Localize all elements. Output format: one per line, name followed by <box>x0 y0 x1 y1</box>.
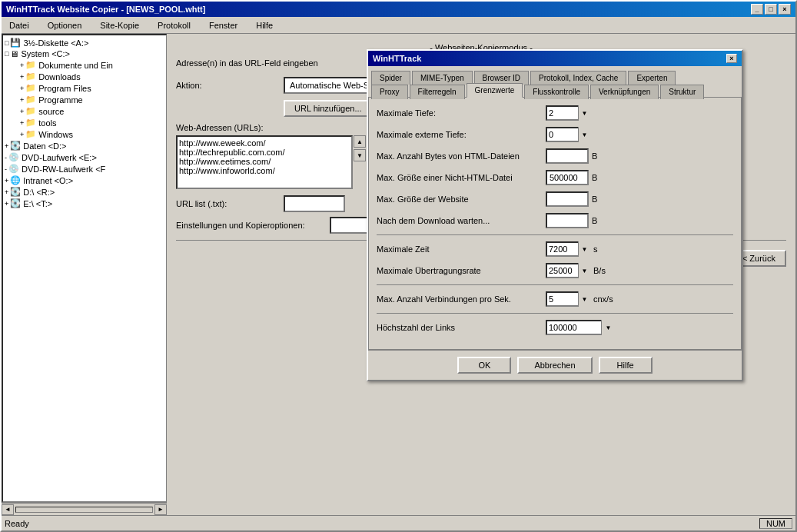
minimize-button[interactable]: _ <box>751 4 763 15</box>
max-verbind-label: Max. Anzahl Verbindungen pro Sek. <box>377 294 546 304</box>
max-uebertrag-select-wrapper: 25000 ▼ <box>546 263 590 278</box>
url-list-label: URL list (.txt): <box>176 199 284 208</box>
tree-item-system[interactable]: □ 🖥 System <C:> <box>5 48 164 59</box>
menu-protokoll[interactable]: Protokoll <box>153 19 195 32</box>
max-verbind-select[interactable]: 5 <box>546 291 590 307</box>
max-bytes-html-unit: B <box>592 151 597 161</box>
tab-content-grenzwerte: Maximale Tiefe: 2 ▼ Maximale externe Tie… <box>368 97 742 350</box>
tree-item-downloads[interactable]: + 📁 Downloads <box>5 71 164 82</box>
max-grosse-website-label: Max. Größe der Website <box>377 195 546 204</box>
tab-filterregeln[interactable]: Filterregeln <box>410 85 465 99</box>
maximize-button[interactable]: □ <box>765 4 777 15</box>
tree-hscroll[interactable]: ◄ ► <box>2 503 167 515</box>
tab-row-2: Proxy Filterregeln Grenzwerte Flusskontr… <box>371 83 739 98</box>
tab-proxy[interactable]: Proxy <box>371 85 408 99</box>
scroll-track <box>15 507 153 513</box>
tree-item-daten[interactable]: + 💽 Daten <D:> <box>5 140 164 151</box>
hoechstzahl-select[interactable]: 100000 <box>546 320 615 335</box>
hilfe-button[interactable]: Hilfe <box>599 357 653 374</box>
max-tiefe-select[interactable]: 2 <box>546 105 590 121</box>
tree-item-dvd[interactable]: - 💿 DVD-Laufwerk <E:> <box>5 151 164 163</box>
url-scroll-down[interactable]: ▼ <box>354 149 366 161</box>
menu-bar: Datei Optionen Site-Kopie Protokoll Fens… <box>2 17 795 34</box>
nach-download-input[interactable] <box>546 213 589 228</box>
main-window: WinHTTrack Website Copier - [NEWS_POOL.w… <box>0 0 797 532</box>
url-hinzufuegen-button[interactable]: URL hinzufügen... <box>284 100 373 117</box>
menu-datei[interactable]: Datei <box>5 19 34 32</box>
max-grosse-nichthtml-row: Max. Größe einer Nicht-HTML-Datei B <box>377 170 733 185</box>
tree-item-program-files[interactable]: + 📁 Program Files <box>5 82 164 94</box>
max-bytes-html-row: Max. Anzahl Bytes von HTML-Dateien B <box>377 148 733 164</box>
max-ext-tiefe-label: Maximale externe Tiefe: <box>377 130 546 139</box>
status-bar: Ready NUM <box>2 515 795 530</box>
close-button[interactable]: × <box>779 4 791 15</box>
max-bytes-html-input[interactable] <box>546 148 589 164</box>
tab-flusskontrolle[interactable]: Flusskontrolle <box>524 85 589 99</box>
einstellungen-label: Einstellungen und Kopieroptionen: <box>176 221 330 230</box>
max-grosse-nichthtml-input[interactable] <box>546 170 589 185</box>
max-tiefe-row: Maximale Tiefe: 2 ▼ <box>377 105 733 121</box>
title-bar-buttons: _ □ × <box>751 4 791 15</box>
scroll-left-btn[interactable]: ◄ <box>2 504 14 515</box>
tab-spider[interactable]: Spider <box>371 71 410 85</box>
tab-struktur[interactable]: Struktur <box>660 85 704 99</box>
tab-verknuepfungen[interactable]: Verknüpfungen <box>590 85 659 99</box>
menu-fenster[interactable]: Fenster <box>204 19 242 32</box>
max-verbind-row: Max. Anzahl Verbindungen pro Sek. 5 ▼ cn… <box>377 291 733 307</box>
dialog-title-text: WinHTTrack <box>373 54 421 63</box>
tree-item-dvdrw[interactable]: - 💿 DVD-RW-Laufwerk <F <box>5 163 164 175</box>
max-zeit-select-wrapper: 7200 ▼ <box>546 241 590 257</box>
main-panel: - Webseiten-Kopiermodus - Adresse(n) in … <box>167 34 795 515</box>
tree-item-windows[interactable]: + 📁 Windows <box>5 128 164 140</box>
tree-item-source[interactable]: + 📁 source <box>5 105 164 117</box>
url-list-input[interactable] <box>284 195 345 212</box>
menu-optionen[interactable]: Optionen <box>43 19 87 32</box>
abbrechen-button[interactable]: Abbrechen <box>517 357 592 374</box>
dialog-close-button[interactable]: × <box>726 54 737 63</box>
menu-site-kopie[interactable]: Site-Kopie <box>95 19 144 32</box>
max-zeit-select[interactable]: 7200 <box>546 241 590 257</box>
tab-experten[interactable]: Experten <box>628 71 676 85</box>
window-title: WinHTTrack Website Copier - [NEWS_POOL.w… <box>6 5 205 14</box>
tab-protokoll[interactable]: Protokoll, Index, Cache <box>530 71 626 85</box>
max-ext-tiefe-select-wrapper: 0 ▼ <box>546 127 590 142</box>
tree-item-diskette[interactable]: □ 💾 3½-Diskette <A:> <box>5 37 164 48</box>
tree-item-programme[interactable]: + 📁 Programme <box>5 94 164 105</box>
nach-download-label: Nach dem Download warten... <box>377 216 546 225</box>
max-grosse-nichthtml-unit: B <box>592 173 597 182</box>
max-grosse-website-input[interactable] <box>546 191 589 207</box>
url-scroll-up[interactable]: ▲ <box>354 135 366 148</box>
tree-item-e-t[interactable]: + 💽 E:\ <T:> <box>5 198 164 209</box>
dialog-buttons: OK Abbrechen Hilfe <box>368 350 742 380</box>
winhttrack-dialog: WinHTTrack × Spider MIME-Typen Browser I… <box>367 49 743 381</box>
max-bytes-html-label: Max. Anzahl Bytes von HTML-Dateien <box>377 151 546 161</box>
menu-hilfe[interactable]: Hilfe <box>251 19 277 32</box>
dialog-title-bar: WinHTTrack × <box>368 51 742 66</box>
status-num: NUM <box>759 518 792 529</box>
tab-row-1: Spider MIME-Typen Browser ID Protokoll, … <box>371 69 739 83</box>
tree-item-d-r[interactable]: + 💽 D:\ <R:> <box>5 186 164 198</box>
max-uebertrag-unit: B/s <box>593 266 606 275</box>
content-area: □ 💾 3½-Diskette <A:> □ 🖥 System <C:> + 📁… <box>2 34 795 515</box>
hoechstzahl-select-wrapper: 100000 ▼ <box>546 320 615 335</box>
tab-container-row2: Proxy Filterregeln Grenzwerte Flusskontr… <box>368 83 742 98</box>
tab-grenzwerte[interactable]: Grenzwerte <box>467 83 523 98</box>
ok-button[interactable]: OK <box>457 357 511 374</box>
url-textarea[interactable]: http://www.eweek.com/ http://techrepubli… <box>176 135 353 189</box>
max-uebertrag-row: Maximale Übertragungsrate 25000 ▼ B/s <box>377 263 733 278</box>
scroll-right-btn[interactable]: ► <box>154 504 167 515</box>
status-right: NUM <box>759 518 792 529</box>
tree-item-dokumente[interactable]: + 📁 Dokumente und Ein <box>5 59 164 71</box>
max-uebertrag-select[interactable]: 25000 <box>546 263 590 278</box>
tree-panel: □ 💾 3½-Diskette <A:> □ 🖥 System <C:> + 📁… <box>2 34 167 503</box>
tab-mime-typen[interactable]: MIME-Typen <box>412 71 473 85</box>
hoechstzahl-label: Höchstzahl der Links <box>377 323 546 332</box>
max-ext-tiefe-select[interactable]: 0 <box>546 127 590 142</box>
max-tiefe-select-wrapper: 2 ▼ <box>546 105 590 121</box>
max-zeit-unit: s <box>593 244 598 254</box>
tree-item-tools[interactable]: + 📁 tools <box>5 117 164 128</box>
tree-item-intranet[interactable]: + 🌐 Intranet <O:> <box>5 175 164 186</box>
max-uebertrag-label: Maximale Übertragungsrate <box>377 266 546 275</box>
max-verbind-select-wrapper: 5 ▼ <box>546 291 590 307</box>
nach-download-unit: B <box>592 216 597 225</box>
